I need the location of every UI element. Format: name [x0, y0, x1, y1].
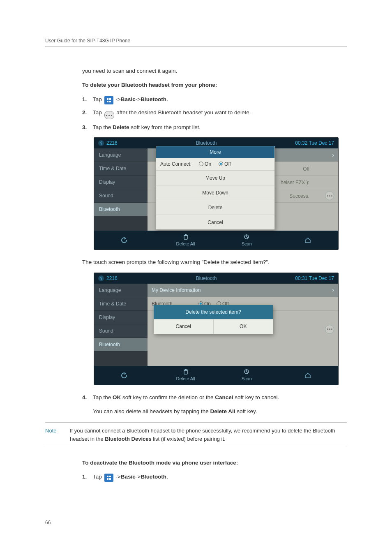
sidebar-item-time-date[interactable]: Time & Date — [94, 162, 148, 176]
ok-word: OK — [113, 394, 121, 400]
step-text: Tap the — [93, 124, 113, 130]
bluetooth-devices-word: Bluetooth Devices — [105, 436, 151, 442]
text: soft key. — [235, 408, 257, 414]
screenshot-2: 2216 Bluetooth 00:31 Tue Dec 17 Language… — [94, 273, 339, 385]
radio-on[interactable]: On — [199, 160, 211, 168]
delete-all-label: Delete All — [176, 375, 195, 382]
note-block: Note If you cannot connect a Bluetooth h… — [45, 422, 347, 447]
scan-label: Scan — [242, 375, 252, 382]
dialog-header: Delete the selected item? — [154, 305, 273, 319]
svg-rect-12 — [107, 476, 108, 477]
arrow-text: -> — [136, 474, 141, 480]
device-suffix-label: heiser EZX ): — [281, 179, 309, 186]
delete-all-button[interactable]: Delete All — [155, 366, 217, 385]
back-button[interactable] — [94, 366, 155, 385]
svg-rect-10 — [185, 369, 187, 370]
delete-heading: To delete your Bluetooth headset from yo… — [82, 81, 347, 89]
svg-rect-5 — [184, 235, 188, 236]
step-text: soft key from the prompt list. — [129, 124, 201, 130]
my-device-row[interactable]: My Device Information › — [148, 284, 338, 297]
delete-all-label: Delete All — [176, 240, 195, 247]
step-body: Tap the Delete soft key from the prompt … — [93, 123, 201, 132]
more-icon[interactable] — [325, 325, 334, 334]
auto-connect-label: Auto Connect: — [160, 160, 191, 168]
svg-rect-4 — [184, 236, 187, 239]
nav-bluetooth: Bluetooth — [141, 474, 166, 480]
step-number: 2. — [82, 109, 89, 117]
sidebar-item-display[interactable]: Display — [94, 176, 148, 189]
step-text: Tap the — [93, 394, 113, 400]
sidebar-item-sound[interactable]: Sound — [94, 189, 148, 203]
menu-auto-connect-row: Auto Connect: On Off — [156, 158, 274, 170]
cancel-word: Cancel — [215, 394, 233, 400]
svg-rect-3 — [109, 101, 111, 102]
apps-icon — [104, 474, 113, 482]
between-shots-text: The touch screen prompts the following w… — [82, 258, 347, 266]
back-button[interactable] — [94, 231, 155, 250]
more-icon[interactable] — [325, 191, 334, 200]
sidebar-item-bluetooth[interactable]: Bluetooth — [94, 203, 148, 216]
step-number: 1. — [82, 95, 89, 104]
step-text: after the desired Bluetooth headset you … — [116, 109, 251, 116]
scan-button[interactable]: Scan — [216, 366, 277, 385]
svg-rect-1 — [109, 98, 111, 100]
step-body: Tap ->Basic->Bluetooth. — [93, 95, 168, 104]
step-2: 2. Tap after the desired Bluetooth heads… — [82, 109, 347, 120]
svg-rect-13 — [109, 476, 111, 477]
chevron-right-icon: › — [332, 286, 334, 294]
menu-delete[interactable]: Delete — [156, 200, 274, 215]
sidebar: Language Time & Date Display Sound Bluet… — [94, 148, 148, 231]
menu-header: More — [156, 146, 274, 158]
sidebar-item-time-date[interactable]: Time & Date — [94, 297, 148, 311]
svg-rect-0 — [107, 98, 108, 100]
step-number: 1. — [82, 473, 89, 481]
deact-step-1: 1. Tap ->Basic->Bluetooth. — [82, 473, 347, 482]
scan-button[interactable]: Scan — [216, 231, 277, 250]
scan-label: Scan — [242, 240, 252, 247]
sidebar-item-display[interactable]: Display — [94, 311, 148, 324]
delete-all-button[interactable]: Delete All — [155, 231, 217, 250]
bluetooth-status-icon — [98, 275, 104, 281]
step-text: Tap — [93, 96, 102, 102]
screenshot-1: 2216 Bluetooth 00:32 Tue Dec 17 Language… — [94, 137, 339, 250]
sidebar: Language Time & Date Display Sound Bluet… — [94, 284, 148, 366]
step-text: Tap — [93, 109, 102, 116]
extension-label: 2216 — [106, 139, 118, 147]
intro-paragraph: you need to scan and connect it again. — [82, 67, 347, 75]
menu-move-up[interactable]: Move Up — [156, 170, 274, 185]
svg-rect-9 — [184, 370, 188, 370]
dot: . — [166, 474, 168, 480]
success-label: Success. — [289, 192, 309, 200]
menu-cancel[interactable]: Cancel — [156, 215, 274, 229]
sidebar-item-sound[interactable]: Sound — [94, 324, 148, 338]
radio-off[interactable]: Off — [219, 160, 231, 168]
step-number: 4. — [82, 393, 89, 402]
note-body: If you cannot connect a Bluetooth headse… — [70, 427, 347, 443]
delete-all-word: Delete All — [210, 408, 235, 414]
extension-label: 2216 — [106, 275, 118, 282]
step-3: 3. Tap the Delete soft key from the prom… — [82, 123, 347, 132]
sidebar-item-bluetooth[interactable]: Bluetooth — [94, 338, 148, 352]
dialog-cancel-button[interactable]: Cancel — [154, 319, 213, 334]
nav-bluetooth: Bluetooth — [141, 96, 166, 102]
sidebar-item-language[interactable]: Language — [94, 148, 148, 162]
menu-move-down[interactable]: Move Down — [156, 185, 274, 200]
running-head: User Guide for the SIP-T48G IP Phone — [45, 37, 347, 46]
arrow-text: -> — [136, 96, 141, 102]
step-body: Tap after the desired Bluetooth headset … — [93, 109, 251, 120]
soft-key-bar: Delete All Scan — [94, 366, 338, 385]
home-button[interactable] — [277, 366, 339, 385]
dialog-ok-button[interactable]: OK — [213, 319, 273, 334]
soft-key-bar: Delete All Scan — [94, 231, 338, 250]
arrow-text: -> — [115, 474, 120, 480]
chevron-right-icon: › — [332, 151, 334, 160]
home-button[interactable] — [277, 231, 339, 250]
apps-icon — [104, 96, 113, 104]
step-text: Tap — [93, 474, 102, 480]
step-text: soft key to cancel. — [233, 394, 279, 400]
text: You can also delete all headsets by tapp… — [93, 408, 210, 414]
nav-basic: Basic — [121, 474, 136, 480]
running-head-text: User Guide for the SIP-T48G IP Phone — [45, 38, 130, 44]
post-step4-text: You can also delete all headsets by tapp… — [93, 407, 347, 416]
sidebar-item-language[interactable]: Language — [94, 284, 148, 297]
